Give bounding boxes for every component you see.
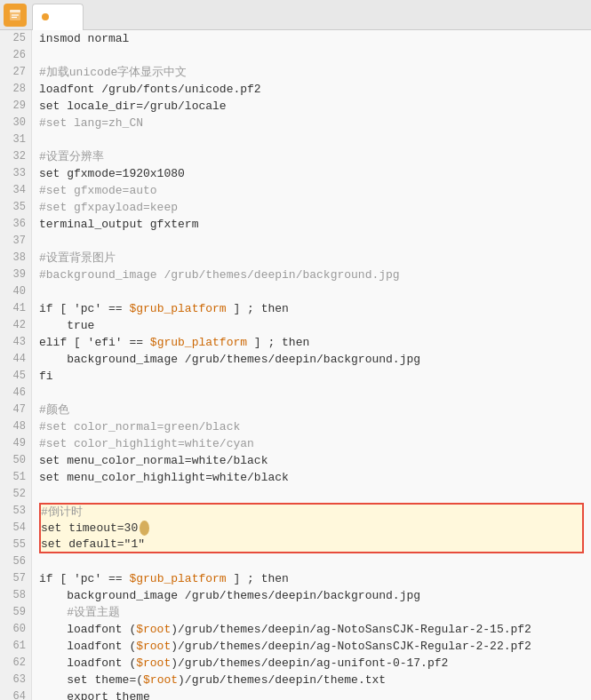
code-line: background_image /grub/themes/deepin/bac… [39, 587, 584, 604]
code-token: )/grub/themes/deepin/ag-NotoSansCJK-Regu… [171, 621, 531, 638]
text-cursor [140, 521, 149, 536]
line-number: 40 [0, 283, 31, 300]
code-token: #加载unicode字体显示中文 [39, 64, 187, 81]
code-line: export theme [39, 688, 584, 700]
tab-modified-dot [42, 13, 49, 20]
line-number: 47 [0, 402, 31, 418]
code-token: loadfont ( [39, 655, 136, 672]
line-number: 38 [0, 250, 31, 266]
line-number: 59 [0, 604, 31, 621]
line-number: 51 [0, 469, 31, 486]
code-token: loadfont /grub/fonts/unicode.pf2 [39, 81, 261, 98]
code-token: )/grub/themes/deepin/ag-NotoSansCJK-Regu… [171, 638, 531, 655]
line-number: 32 [0, 148, 31, 165]
code-token: $root [143, 672, 178, 688]
code-line: set theme=($root)/grub/themes/deepin/the… [39, 672, 584, 688]
line-number: 42 [0, 317, 31, 334]
code-line: loadfont ($root)/grub/themes/deepin/ag-u… [39, 655, 584, 672]
app-icon [4, 4, 27, 27]
code-line [39, 283, 584, 300]
code-token: set theme=( [39, 672, 143, 688]
line-number: 26 [0, 47, 31, 64]
code-line: set gfxmode=1920x1080 [39, 165, 584, 182]
code-token: $grub_platform [150, 334, 247, 351]
code-token: $grub_platform [129, 300, 226, 317]
code-line [39, 385, 584, 402]
code-token: #set color_normal=green/black [39, 418, 240, 435]
code-line [39, 553, 584, 570]
code-line: set menu_color_normal=white/black [39, 452, 584, 469]
code-token: #background_image /grub/themes/deepin/ba… [39, 266, 400, 283]
code-content[interactable]: insmod normal #加载unicode字体显示中文loadfont /… [32, 30, 591, 700]
code-line: #设置主题 [39, 604, 584, 621]
code-line: #倒计时 [39, 503, 584, 520]
line-number: 64 [0, 688, 31, 700]
line-number: 55 [0, 537, 31, 553]
code-line: set locale_dir=/grub/locale [39, 98, 584, 115]
new-tab-button[interactable] [85, 4, 108, 27]
code-token: insmod normal [39, 30, 129, 47]
code-token: fi [39, 368, 53, 385]
code-token: #倒计时 [41, 504, 83, 521]
code-line: true [39, 317, 584, 334]
code-token: elif [ 'efi' == [39, 334, 150, 351]
code-line: background_image /grub/themes/deepin/bac… [39, 351, 584, 368]
line-number: 43 [0, 334, 31, 351]
line-number: 61 [0, 638, 31, 655]
code-line: set timeout=30 [39, 520, 584, 537]
line-number: 46 [0, 385, 31, 402]
code-token: #set gfxpayload=keep [39, 199, 178, 216]
code-token: #set lang=zh_CN [39, 115, 143, 131]
code-line: #set gfxmode=auto [39, 182, 584, 199]
code-token: ] ; then [247, 334, 309, 351]
line-number: 44 [0, 351, 31, 368]
file-tab[interactable] [32, 4, 84, 30]
code-token: #set gfxmode=auto [39, 182, 157, 199]
tab-close-button[interactable] [60, 10, 74, 24]
line-number: 62 [0, 655, 31, 672]
line-number: 33 [0, 165, 31, 182]
code-token: loadfont ( [39, 621, 136, 638]
code-line [39, 486, 584, 503]
code-token: $root [136, 655, 171, 672]
line-number: 54 [0, 520, 31, 537]
code-token: loadfont ( [39, 638, 136, 655]
code-line: #加载unicode字体显示中文 [39, 64, 584, 81]
code-token: ] ; then [227, 300, 289, 317]
code-line: fi [39, 368, 584, 385]
code-line: if [ 'pc' == $grub_platform ] ; then [39, 570, 584, 587]
code-line: set menu_color_highlight=white/black [39, 469, 584, 486]
line-number: 28 [0, 81, 31, 98]
code-token: set timeout=30 [41, 520, 138, 537]
code-token: $root [136, 638, 171, 655]
line-number: 36 [0, 216, 31, 233]
code-line: elif [ 'efi' == $grub_platform ] ; then [39, 334, 584, 351]
code-token: if [ 'pc' == [39, 300, 129, 317]
code-line: #set gfxpayload=keep [39, 199, 584, 216]
line-number: 58 [0, 587, 31, 604]
line-number: 37 [0, 233, 31, 250]
code-token: true [39, 317, 94, 334]
code-token: $grub_platform [129, 570, 226, 587]
line-number: 45 [0, 368, 31, 385]
code-line: terminal_output gfxterm [39, 216, 584, 233]
code-line: #颜色 [39, 402, 584, 418]
code-token: export theme [39, 688, 150, 700]
code-line: #设置背景图片 [39, 250, 584, 266]
code-token: set menu_color_highlight=white/black [39, 469, 289, 486]
code-line: #set lang=zh_CN [39, 115, 584, 131]
code-token: #设置分辨率 [39, 148, 104, 165]
line-numbers: 2526272829303132333435363738394041424344… [0, 30, 32, 700]
line-number: 34 [0, 182, 31, 199]
line-number: 35 [0, 199, 31, 216]
line-number: 30 [0, 115, 31, 131]
code-token: $root [136, 621, 171, 638]
code-token: background_image /grub/themes/deepin/bac… [39, 351, 420, 368]
code-line: loadfont ($root)/grub/themes/deepin/ag-N… [39, 621, 584, 638]
svg-rect-1 [10, 10, 20, 12]
line-number: 25 [0, 30, 31, 47]
code-token: set menu_color_normal=white/black [39, 452, 268, 469]
line-number: 49 [0, 435, 31, 452]
line-number: 39 [0, 266, 31, 283]
code-line [39, 233, 584, 250]
